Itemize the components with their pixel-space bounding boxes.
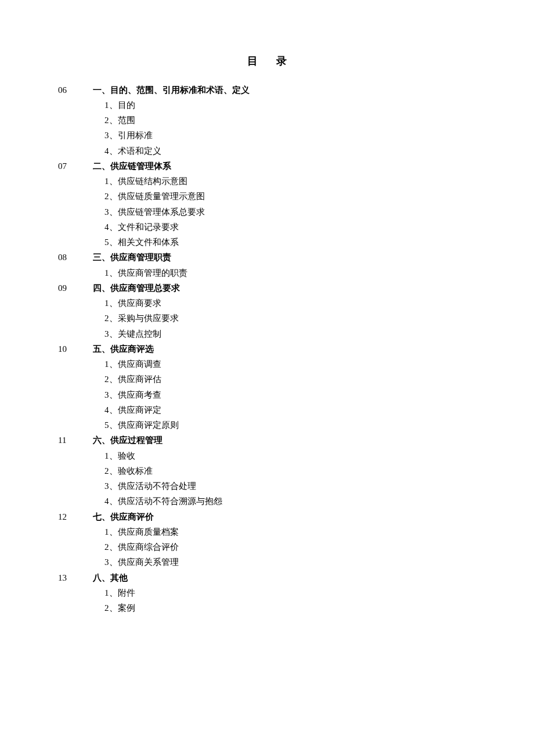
toc-sub-item: 5、供应商评定原则 [58, 417, 476, 433]
toc-sub-item: 3、供应商关系管理 [58, 555, 476, 570]
toc-sub-item: 1、供应商要求 [58, 296, 476, 311]
toc-section-row: 08三、供应商管理职责 [58, 250, 476, 265]
toc-sub-item: 3、引用标准 [58, 128, 476, 143]
toc-sub-item: 2、供应商评估 [58, 372, 476, 387]
toc-section-row: 11六、供应过程管理 [58, 433, 476, 448]
toc-page-number: 06 [58, 82, 93, 98]
toc-section-row: 06一、目的、范围、引用标准和术语、定义 [58, 82, 476, 98]
toc-sub-item: 1、供应商管理的职责 [58, 265, 476, 280]
toc-sub-item: 2、供应商综合评价 [58, 539, 476, 555]
toc-sub-item: 1、供应商质量档案 [58, 524, 476, 539]
toc-sub-item: 2、验收标准 [58, 463, 476, 478]
toc-sub-item: 1、供应商调查 [58, 357, 476, 372]
toc-section-heading: 五、供应商评选 [93, 341, 154, 357]
toc-sub-item: 2、采购与供应要求 [58, 311, 476, 326]
toc-section-row: 13八、其他 [58, 570, 476, 585]
toc-sub-item: 5、相关文件和体系 [58, 235, 476, 250]
toc-sub-item: 1、目的 [58, 98, 476, 113]
toc-sub-item: 1、附件 [58, 585, 476, 600]
toc-sub-item: 2、供应链质量管理示意图 [58, 189, 476, 204]
toc-section-heading: 六、供应过程管理 [93, 433, 163, 448]
toc-page-number: 13 [58, 570, 93, 585]
toc-section-row: 07二、供应链管理体系 [58, 159, 476, 174]
toc-page-number: 08 [58, 250, 93, 265]
toc-page-number: 10 [58, 341, 93, 357]
document-title: 目 录 [58, 52, 476, 71]
toc-sub-item: 3、供应活动不符合处理 [58, 478, 476, 494]
toc-sub-item: 4、供应商评定 [58, 402, 476, 417]
toc-page-number: 12 [58, 509, 93, 524]
toc-page-number: 07 [58, 159, 93, 174]
toc-sub-item: 2、案例 [58, 600, 476, 615]
toc-section-heading: 三、供应商管理职责 [93, 250, 171, 265]
toc-section-heading: 二、供应链管理体系 [93, 159, 171, 174]
toc-sub-item: 4、供应活动不符合溯源与抱怨 [58, 494, 476, 509]
toc-page-number: 11 [58, 433, 93, 448]
toc-sub-item: 4、文件和记录要求 [58, 219, 476, 235]
toc-sub-item: 3、供应链管理体系总要求 [58, 204, 476, 219]
table-of-contents: 06一、目的、范围、引用标准和术语、定义1、目的2、范围3、引用标准4、术语和定… [58, 82, 476, 616]
toc-sub-item: 2、范围 [58, 113, 476, 128]
toc-section-heading: 七、供应商评价 [93, 509, 154, 524]
toc-page-number: 09 [58, 280, 93, 296]
toc-section-heading: 四、供应商管理总要求 [93, 280, 180, 296]
toc-sub-item: 1、供应链结构示意图 [58, 174, 476, 189]
toc-section-heading: 八、其他 [93, 570, 128, 585]
toc-sub-item: 3、供应商考查 [58, 387, 476, 402]
toc-sub-item: 3、关键点控制 [58, 326, 476, 341]
toc-sub-item: 4、术语和定义 [58, 143, 476, 159]
toc-section-heading: 一、目的、范围、引用标准和术语、定义 [93, 82, 250, 98]
toc-section-row: 12七、供应商评价 [58, 509, 476, 524]
toc-section-row: 09四、供应商管理总要求 [58, 280, 476, 296]
toc-sub-item: 1、验收 [58, 448, 476, 463]
toc-section-row: 10五、供应商评选 [58, 341, 476, 357]
